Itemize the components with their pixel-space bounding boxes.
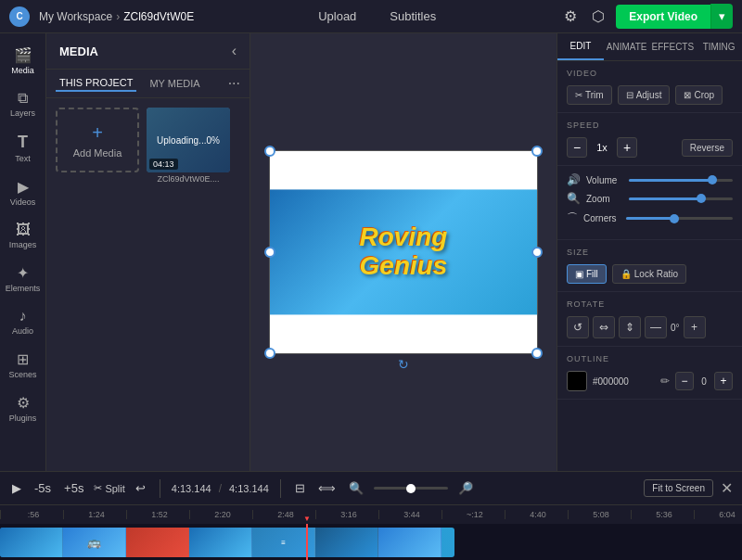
zoom-slider-thumb[interactable] [406,484,416,493]
sidebar-item-images[interactable]: 🖼 Images [3,216,44,255]
add-media-button[interactable]: + Add Media [56,108,139,172]
fill-button[interactable]: ▣ Fill [567,264,607,284]
media-panel-title: MEDIA [59,45,98,58]
media-grid: + Add Media Uploading...0% 04:13 ZCl69dV… [46,98,249,193]
zoom-slider[interactable] [629,197,733,200]
trim-button[interactable]: ✂ Trim [567,85,612,105]
rotate-flip-h-button[interactable]: ⇔ [593,316,615,338]
timeline-close-button[interactable]: ✕ [721,479,733,497]
sidebar-item-audio[interactable]: ♪ Audio [3,302,44,341]
rotate-row: ↺ ⇔ ⇕ — 0° + [567,316,733,338]
handle-bottom-left[interactable] [264,348,275,359]
minus5-button[interactable]: -5s [32,478,54,498]
track-clip[interactable]: 🚌 ≡ [0,528,454,557]
zoom-minus-button[interactable]: 🔍 [346,478,366,498]
add-media-label: Add Media [73,147,122,159]
size-section: SIZE ▣ Fill 🔒 Lock Ratio [557,240,742,292]
sidebar-item-scenes[interactable]: ⊞ Scenes [3,345,44,385]
tab-timing[interactable]: TIMING [696,33,742,60]
workspace-name[interactable]: My Workspace [39,10,112,23]
volume-slider[interactable] [629,179,733,182]
uploading-text: Uploading...0% [157,135,220,146]
sidebar-label-plugins: Plugins [9,414,37,423]
timeline-track: 🚌 ≡ [0,524,742,560]
play-button[interactable]: ▶ [9,478,24,498]
speed-decrease-button[interactable]: − [567,137,587,158]
sidebar-item-videos[interactable]: ▶ Videos [3,172,44,212]
zoom-slider-timeline[interactable] [374,487,448,490]
handle-bottom-right[interactable] [531,348,543,359]
zoom-label: Zoom [586,194,623,204]
right-tabs: EDIT ANIMATE EFFECTS TIMING [557,33,742,61]
playhead[interactable] [306,524,308,560]
split-button[interactable]: ✂ Split [94,482,124,494]
undo-button[interactable]: ↩ [133,478,148,498]
zoom-plus-button[interactable]: 🔎 [455,478,476,498]
rotate-flip-v-button[interactable]: ⇕ [619,316,641,338]
settings-icon[interactable]: ⚙ [560,4,581,29]
reverse-button[interactable]: Reverse [682,139,733,157]
rotate-plus-button[interactable]: + [684,316,706,338]
subtitles-button[interactable]: Subtitles [382,6,443,27]
media-panel-close-button[interactable]: ‹ [232,43,237,59]
lock-ratio-button[interactable]: 🔒 Lock Ratio [612,264,686,284]
fill-icon: ▣ [575,269,583,279]
rotate-cw-button[interactable]: — [645,316,667,338]
fit-screen-button[interactable]: Fit to Screen [644,479,713,497]
crop-label: Crop [694,90,714,100]
canvas-container[interactable]: RovingGenius ↻ [269,150,538,354]
rotate-ccw-button[interactable]: ↺ [567,316,589,338]
ruler-tick-0: :56 [0,510,63,519]
corners-slider[interactable] [626,217,733,220]
timeline: :56 1:24 1:52 2:20 2:48 3:16 3:44 ~:12 4… [0,504,742,560]
track-thumb-6 [315,528,378,557]
crop-button[interactable]: ⊠ Crop [675,85,723,105]
media-thumbnail[interactable]: Uploading...0% 04:13 [147,108,230,172]
divider [160,479,160,498]
sidebar-label-scenes: Scenes [8,370,36,379]
tab-my-media[interactable]: MY MEDIA [146,75,203,92]
export-video-button[interactable]: Export Video [616,5,710,29]
drag-icon[interactable]: ⟺ [315,478,339,498]
sidebar-item-text[interactable]: T Text [3,127,44,169]
corners-label: Corners [583,213,620,223]
sidebar-label-audio: Audio [12,326,33,336]
sidebar-item-plugins[interactable]: ⚙ Plugins [3,388,44,428]
tab-this-project[interactable]: THIS PROJECT [56,75,136,92]
handle-middle-right[interactable] [531,247,543,258]
rotate-handle-icon[interactable]: ↻ [398,357,409,372]
elements-icon: ✦ [17,264,29,282]
rotate-section: ROTATE ↺ ⇔ ⇕ — 0° + [557,292,742,347]
speed-increase-button[interactable]: + [617,137,637,158]
handle-middle-left[interactable] [264,247,275,258]
media-more-button[interactable]: ··· [228,75,240,92]
lock-ratio-label: Lock Ratio [634,269,678,279]
tab-animate[interactable]: ANIMATE [604,33,650,60]
upload-button[interactable]: Upload [311,6,364,27]
volume-thumb[interactable] [708,175,717,185]
track-thumb-7 [378,528,441,557]
handle-top-right[interactable] [531,146,543,157]
export-dropdown-button[interactable]: ▾ [710,4,733,29]
outline-edit-button[interactable]: ✏ [660,375,670,388]
outline-decrease-button[interactable]: − [675,372,694,390]
outline-increase-button[interactable]: + [714,372,733,390]
zoom-thumb[interactable] [697,194,706,203]
corners-thumb[interactable] [670,214,679,223]
outline-color-swatch[interactable] [567,371,587,391]
tab-edit[interactable]: EDIT [557,33,604,60]
outline-section: OUTLINE #000000 ✏ − 0 + [557,347,742,400]
adjust-button[interactable]: ⊟ Adjust [618,85,671,105]
plus5-button[interactable]: +5s [61,478,86,498]
share-icon[interactable]: ⬡ [588,4,608,29]
crop-icon: ⊠ [684,90,691,100]
rotate-degree: 0° [671,323,680,333]
sidebar-item-elements[interactable]: ✦ Elements [3,259,44,299]
sidebar-item-media[interactable]: 🎬 Media [3,41,44,81]
sliders-section: 🔊 Volume 🔍 Zoom ⌒ Corners [557,166,742,240]
zoom-out-icon[interactable]: ⊟ [292,478,308,498]
handle-top-left[interactable] [264,146,275,157]
tab-effects[interactable]: EFFECTS [650,33,697,60]
split-label: Split [105,483,124,494]
sidebar-item-layers[interactable]: ⧉ Layers [3,84,44,123]
